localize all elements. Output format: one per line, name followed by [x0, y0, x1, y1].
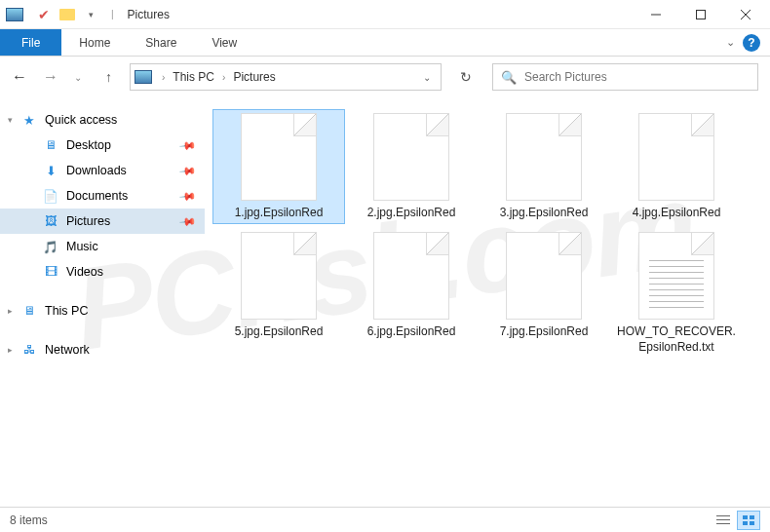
- file-label: 4.jpg.EpsilonRed: [633, 205, 721, 220]
- sidebar-quick-access[interactable]: ▾ ★ Quick access: [0, 107, 205, 133]
- file-thumbnail: [506, 113, 582, 201]
- file-thumbnail: [638, 113, 714, 201]
- navbar: ← → ⌄ ↑ › This PC › Pictures ⌄ ↻ 🔍: [0, 57, 770, 97]
- file-label: 1.jpg.EpsilonRed: [235, 205, 324, 220]
- view-details-button[interactable]: [712, 511, 735, 530]
- nav-back-button[interactable]: ←: [12, 68, 27, 86]
- file-item[interactable]: 3.jpg.EpsilonRed: [478, 109, 610, 224]
- ribbon: File Home Share View ⌄ ?: [0, 29, 770, 57]
- file-item[interactable]: 5.jpg.EpsilonRed: [212, 228, 345, 359]
- file-thumbnail: [373, 232, 449, 320]
- qat-properties-button[interactable]: ✔: [33, 4, 55, 25]
- file-label: 7.jpg.EpsilonRed: [500, 323, 589, 339]
- statusbar: 8 items: [0, 507, 770, 532]
- desktop-icon: 🖥: [43, 137, 58, 153]
- sidebar-item-videos[interactable]: 🎞Videos: [0, 259, 205, 285]
- breadcrumb-segment[interactable]: This PC: [171, 70, 216, 84]
- documents-icon: 📄: [43, 188, 58, 204]
- chevron-right-icon[interactable]: ›: [158, 72, 169, 83]
- sidebar-item-downloads[interactable]: ⬇Downloads📌: [0, 158, 205, 183]
- file-label: HOW_TO_RECOVER.EpsilonRed.txt: [614, 323, 739, 355]
- qat-dropdown[interactable]: ▾: [80, 4, 101, 25]
- file-label: 3.jpg.EpsilonRed: [500, 205, 589, 220]
- minimize-button[interactable]: [634, 0, 678, 29]
- sidebar-network[interactable]: ▸ 🖧 Network: [0, 337, 205, 362]
- file-thumbnail: [506, 232, 582, 320]
- file-item[interactable]: 2.jpg.EpsilonRed: [345, 109, 478, 224]
- file-label: 2.jpg.EpsilonRed: [367, 205, 456, 220]
- videos-icon: 🎞: [43, 264, 58, 280]
- file-item[interactable]: 7.jpg.EpsilonRed: [478, 228, 610, 359]
- file-thumbnail: [241, 113, 317, 201]
- refresh-button[interactable]: ↻: [449, 63, 482, 91]
- sidebar: ▾ ★ Quick access 🖥Desktop📌⬇Downloads📌📄Do…: [0, 97, 205, 507]
- addressbar-dropdown[interactable]: ⌄: [417, 72, 437, 83]
- status-item-count: 8 items: [10, 513, 48, 527]
- file-item[interactable]: HOW_TO_RECOVER.EpsilonRed.txt: [610, 228, 743, 359]
- pin-icon: 📌: [178, 212, 197, 231]
- music-icon: 🎵: [43, 239, 58, 254]
- view-icons-button[interactable]: [737, 511, 760, 530]
- svg-rect-4: [716, 515, 730, 516]
- chevron-right-icon[interactable]: ▸: [8, 306, 13, 316]
- sidebar-item-label: This PC: [45, 304, 88, 318]
- file-item[interactable]: 1.jpg.EpsilonRed: [212, 109, 345, 224]
- sidebar-item-label: Videos: [66, 265, 103, 279]
- svg-rect-7: [743, 515, 748, 519]
- ribbon-expand-icon[interactable]: ⌄: [726, 36, 735, 49]
- chevron-down-icon[interactable]: ▾: [8, 115, 13, 125]
- qat-newfolder-button[interactable]: [57, 4, 78, 25]
- nav-up-button[interactable]: ↑: [105, 69, 112, 85]
- svg-rect-6: [716, 523, 730, 524]
- sidebar-item-label: Quick access: [45, 113, 117, 127]
- window-title: Pictures: [128, 8, 170, 21]
- maximize-button[interactable]: [678, 0, 723, 29]
- chevron-right-icon[interactable]: ▸: [8, 345, 13, 355]
- sidebar-item-documents[interactable]: 📄Documents📌: [0, 183, 205, 209]
- nav-history-dropdown[interactable]: ⌄: [74, 72, 82, 83]
- sidebar-item-label: Downloads: [66, 164, 127, 177]
- content-pane[interactable]: 1.jpg.EpsilonRed2.jpg.EpsilonRed3.jpg.Ep…: [205, 97, 770, 507]
- tab-share[interactable]: Share: [128, 29, 194, 56]
- file-thumbnail: [241, 232, 317, 320]
- breadcrumb-segment[interactable]: Pictures: [231, 70, 277, 84]
- sidebar-item-desktop[interactable]: 🖥Desktop📌: [0, 133, 205, 158]
- addressbar[interactable]: › This PC › Pictures ⌄: [130, 63, 442, 91]
- tab-file[interactable]: File: [0, 29, 61, 56]
- addressbar-icon: [135, 70, 152, 84]
- downloads-icon: ⬇: [43, 163, 58, 178]
- svg-rect-8: [750, 515, 754, 519]
- sidebar-item-pictures[interactable]: 🖼Pictures📌: [0, 209, 205, 234]
- app-icon: [6, 8, 23, 21]
- svg-rect-9: [743, 521, 748, 525]
- network-icon: 🖧: [21, 342, 37, 358]
- file-thumbnail: [373, 113, 449, 201]
- tab-view[interactable]: View: [194, 29, 254, 56]
- monitor-icon: 🖥: [21, 303, 37, 319]
- star-icon: ★: [21, 112, 37, 128]
- chevron-right-icon[interactable]: ›: [218, 72, 229, 83]
- file-label: 6.jpg.EpsilonRed: [367, 323, 456, 339]
- file-item[interactable]: 4.jpg.EpsilonRed: [610, 109, 743, 224]
- close-button[interactable]: [723, 0, 768, 29]
- pin-icon: 📌: [178, 136, 197, 155]
- file-item[interactable]: 6.jpg.EpsilonRed: [345, 228, 478, 359]
- sidebar-item-label: Music: [66, 240, 98, 253]
- help-icon[interactable]: ?: [743, 34, 760, 52]
- nav-forward-button[interactable]: →: [43, 68, 58, 86]
- searchbox[interactable]: 🔍: [492, 63, 758, 91]
- sidebar-this-pc[interactable]: ▸ 🖥 This PC: [0, 298, 205, 323]
- search-input[interactable]: [524, 70, 750, 84]
- titlebar-separator: |: [111, 9, 114, 19]
- tab-home[interactable]: Home: [61, 29, 128, 56]
- file-thumbnail: [638, 232, 714, 320]
- svg-rect-10: [750, 521, 754, 525]
- titlebar: ✔ ▾ | Pictures: [0, 0, 770, 29]
- sidebar-item-music[interactable]: 🎵Music: [0, 234, 205, 259]
- svg-rect-5: [716, 519, 730, 520]
- search-icon: 🔍: [501, 70, 517, 85]
- pictures-icon: 🖼: [43, 213, 58, 229]
- sidebar-item-label: Network: [45, 343, 90, 357]
- sidebar-item-label: Pictures: [66, 214, 110, 228]
- sidebar-item-label: Documents: [66, 189, 128, 203]
